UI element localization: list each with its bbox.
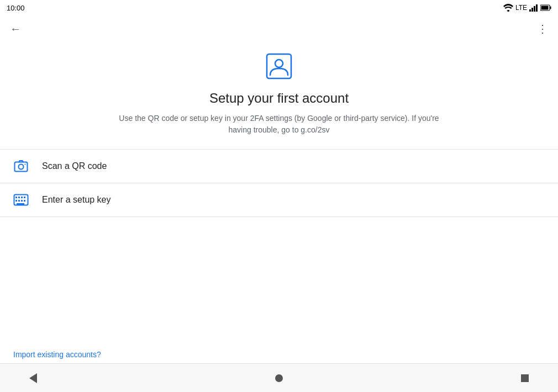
main-content: Setup your first account Use the QR code… <box>0 42 558 217</box>
svg-rect-0 <box>529 9 531 12</box>
camera-icon <box>13 158 29 174</box>
scan-qr-button[interactable]: Scan a QR code <box>0 150 558 183</box>
account-icon-container <box>266 53 292 82</box>
more-options-button[interactable]: ⋮ <box>531 18 554 40</box>
nav-home-icon <box>275 374 283 382</box>
svg-rect-13 <box>15 197 17 198</box>
svg-point-10 <box>19 165 24 169</box>
svg-rect-18 <box>18 200 20 202</box>
lte-label: LTE <box>515 4 527 12</box>
svg-rect-3 <box>536 4 538 12</box>
back-button[interactable]: ← <box>4 18 27 40</box>
nav-home-button[interactable] <box>268 367 290 389</box>
svg-rect-15 <box>21 197 23 198</box>
import-accounts-button[interactable]: Import existing accounts? <box>13 350 101 359</box>
svg-rect-19 <box>21 200 23 202</box>
keyboard-icon <box>13 192 29 208</box>
svg-rect-17 <box>15 200 17 202</box>
svg-rect-2 <box>534 6 535 12</box>
signal-icon <box>529 4 538 12</box>
bottom-nav <box>0 363 558 392</box>
top-app-bar: ← ⋮ <box>0 15 558 42</box>
menu-list: Scan a QR code Enter a setup k <box>0 150 558 217</box>
page-subtitle: Use the QR code or setup key in your 2FA… <box>108 113 450 136</box>
status-time: 10:00 <box>7 4 25 12</box>
back-arrow-icon: ← <box>10 23 21 35</box>
status-bar: 10:00 LTE <box>0 0 558 15</box>
svg-point-11 <box>25 164 26 165</box>
nav-back-icon <box>29 373 37 383</box>
nav-recents-icon <box>521 374 529 382</box>
nav-back-button[interactable] <box>22 367 44 389</box>
svg-rect-21 <box>17 203 24 205</box>
wifi-icon <box>503 4 513 12</box>
status-icons: LTE <box>503 4 551 12</box>
battery-icon <box>540 4 551 11</box>
account-icon <box>266 53 292 80</box>
svg-rect-9 <box>15 162 28 172</box>
svg-rect-1 <box>531 8 533 12</box>
svg-rect-16 <box>24 197 25 198</box>
svg-rect-6 <box>541 6 549 10</box>
enter-key-button[interactable]: Enter a setup key <box>0 183 558 216</box>
svg-rect-20 <box>24 200 25 202</box>
bottom-divider <box>0 216 558 217</box>
svg-rect-14 <box>18 197 20 198</box>
nav-recents-button[interactable] <box>514 367 536 389</box>
page-title: Setup your first account <box>209 91 349 106</box>
svg-rect-5 <box>550 7 551 9</box>
more-dots-icon: ⋮ <box>537 22 548 35</box>
scan-qr-label: Scan a QR code <box>42 161 107 171</box>
enter-key-label: Enter a setup key <box>42 195 111 205</box>
